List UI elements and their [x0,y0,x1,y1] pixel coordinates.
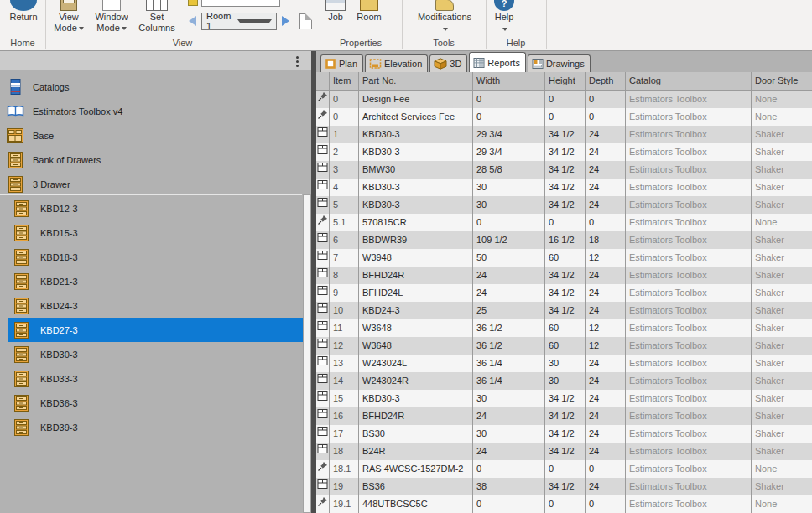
table-row[interactable]: 17BS303034 1/224Estimators ToolboxShaker [316,425,812,443]
table-row[interactable]: 0Architect Services Fee000Estimators Too… [316,108,812,126]
table-row[interactable]: 10KBD24-32534 1/224Estimators ToolboxSha… [316,302,812,319]
table-cell: 50 [473,249,545,267]
tab-elevation[interactable]: Elevation [365,54,428,72]
new-page-icon[interactable] [299,13,312,29]
help-button[interactable]: ? Help [488,0,520,37]
modifications-button[interactable]: Modifications [409,0,481,37]
table-cell: 34 1/2 [545,179,586,196]
sidebar-tree-item[interactable]: Bank of Drawers [0,148,302,172]
table-cell: 0 [473,91,545,108]
table-row[interactable]: 15KBD30-33034 1/224Estimators ToolboxSha… [316,390,812,407]
view-mode-button[interactable]: View Mode [49,0,89,37]
sidebar-tree-item[interactable]: Catalogs [0,75,302,99]
column-header[interactable]: Depth [586,72,626,90]
tab-reports[interactable]: Reports [469,52,526,72]
table-cell: 30 [473,390,545,407]
sidebar-scrollbar[interactable] [303,194,311,513]
table-row[interactable]: 18B24R2434 1/224Estimators ToolboxShaker [316,443,812,460]
tab-plan[interactable]: Plan [320,54,363,72]
tab-label: Reports [487,58,520,68]
sidebar-tree-item[interactable]: Estimators Toolbox v4 [0,99,302,123]
table-cell: W243024L [359,355,473,372]
table-cell: 24 [586,161,626,179]
table-row[interactable]: 4KBD30-33034 1/224Estimators ToolboxShak… [316,179,812,196]
column-header[interactable]: Width [473,72,545,90]
table-row[interactable]: 7W3948506012Estimators ToolboxShaker [316,249,812,267]
cabinet-icon [317,249,328,267]
table-cell: Estimators Toolbox [626,126,752,143]
view-mode-icon [60,0,77,11]
window-mode-button[interactable]: Window Mode [90,0,133,37]
table-cell: 34 1/2 [545,478,586,495]
modifications-label: Modifications [418,12,471,23]
sidebar-list-item[interactable]: KBD21-3 [8,269,303,293]
table-cell: 36 1/4 [473,372,545,390]
table-cell: Shaker [752,478,812,495]
column-header[interactable]: Part No. [359,72,473,90]
previous-room-arrow-icon[interactable] [189,16,196,26]
next-room-arrow-icon[interactable] [282,16,289,26]
sidebar-list-item[interactable]: KBD18-3 [8,245,303,269]
table-row[interactable]: 0Design Fee000Estimators ToolboxNone [316,91,812,108]
column-header[interactable] [316,72,330,90]
tab-3d[interactable]: 3D [429,54,467,72]
sidebar-list-item[interactable]: KBD30-3 [8,342,303,366]
table-cell: 24 [586,126,626,143]
row-type-cell [316,407,330,425]
table-row[interactable]: 16BFHD24R2434 1/224Estimators ToolboxSha… [316,407,812,425]
table-row[interactable]: 1KBD30-329 3/434 1/224Estimators Toolbox… [316,126,812,143]
room-select[interactable]: Room 1 [201,13,277,30]
sidebar-tree-item[interactable]: Base [0,123,302,148]
quick-access-input[interactable] [201,0,280,7]
sidebar-list-item[interactable]: KBD12-3 [8,196,303,220]
table-cell: None [752,214,812,231]
column-header[interactable]: Item [330,72,359,90]
table-row[interactable]: 12W364836 1/26012Estimators ToolboxShake… [316,337,812,355]
table-row[interactable]: 2KBD30-329 3/434 1/224Estimators Toolbox… [316,143,812,161]
table-row[interactable]: 8BFHD24R2434 1/224Estimators ToolboxShak… [316,267,812,284]
cabinet-icon [317,284,328,302]
tab-drawings[interactable]: Drawings [528,54,591,72]
scrollbar-thumb[interactable] [304,195,310,512]
table-row[interactable]: 14W243024R36 1/43024Estimators ToolboxSh… [316,372,812,390]
sidebar-list-item[interactable]: KBD24-3 [8,293,303,318]
table-row[interactable]: 11W364836 1/26012Estimators ToolboxShake… [316,319,812,337]
cabinet-icon [317,478,328,495]
room-button[interactable]: Room [351,0,388,37]
sidebar-list-item[interactable]: KBD39-3 [8,415,303,439]
tab-label: Elevation [384,59,422,69]
table-cell: 28 5/8 [473,161,545,179]
table-cell: 448UTBCSC5C [359,495,473,513]
sidebar-list-item[interactable]: KBD27-3 [8,318,303,342]
pin-icon [317,108,328,126]
sidebar-options-icon[interactable] [291,54,303,68]
drawer-bank-icon [12,297,30,315]
table-row[interactable]: 19.1448UTBCSC5C000Estimators ToolboxNone [316,495,812,513]
sidebar-list-item[interactable]: KBD15-3 [8,220,303,245]
list-item-label: KBD12-3 [40,204,78,214]
table-cell: 109 1/2 [473,231,545,249]
table-row[interactable]: 3BMW3028 5/834 1/224Estimators ToolboxSh… [316,161,812,179]
table-cell: 12 [586,319,626,337]
table-cell: Shaker [752,319,812,337]
job-button[interactable]: Job [321,0,350,37]
table-row[interactable]: 6BBDWR39109 1/216 1/218Estimators Toolbo… [316,231,812,249]
table-row[interactable]: 18.1RAS 4WCSC-1527DM-2000Estimators Tool… [316,460,812,478]
table-row[interactable]: 9BFHD24L2434 1/224Estimators ToolboxShak… [316,284,812,302]
column-header[interactable]: Height [545,72,586,90]
table-cell: Estimators Toolbox [626,302,752,319]
table-row[interactable]: 5.1570815CR000Estimators ToolboxNone [316,214,812,231]
row-type-cell [316,390,330,407]
sidebar-tree-item[interactable]: 3 Drawer [0,172,302,196]
chevron-down-icon [79,27,84,30]
table-row[interactable]: 13W243024L36 1/43024Estimators ToolboxSh… [316,355,812,372]
set-columns-button[interactable]: Set Columns [134,0,180,37]
table-cell: 0 [473,460,545,478]
table-row[interactable]: 5KBD30-33034 1/224Estimators ToolboxShak… [316,196,812,214]
table-row[interactable]: 19BS363834 1/224Estimators ToolboxShaker [316,478,812,495]
sidebar-list-item[interactable]: KBD33-3 [8,366,303,391]
return-button[interactable]: Return [3,0,44,37]
column-header[interactable]: Door Style [752,72,812,90]
sidebar-list-item[interactable]: KBD36-3 [8,391,303,415]
column-header[interactable]: Catalog [626,72,752,90]
